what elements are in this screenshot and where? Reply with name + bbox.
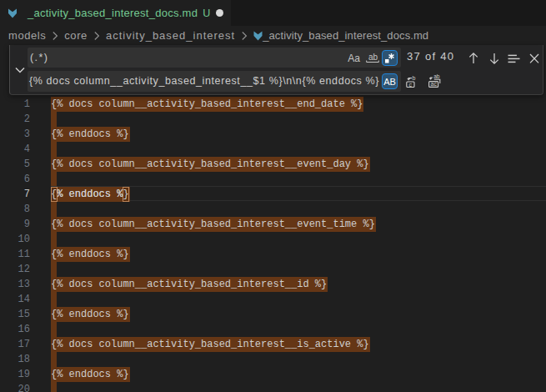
svg-text:ac: ac bbox=[431, 81, 438, 87]
svg-text:ab: ab bbox=[368, 53, 378, 62]
svg-text:ab: ab bbox=[433, 74, 440, 79]
svg-text:c: c bbox=[409, 82, 413, 88]
svg-text:b: b bbox=[413, 75, 416, 81]
